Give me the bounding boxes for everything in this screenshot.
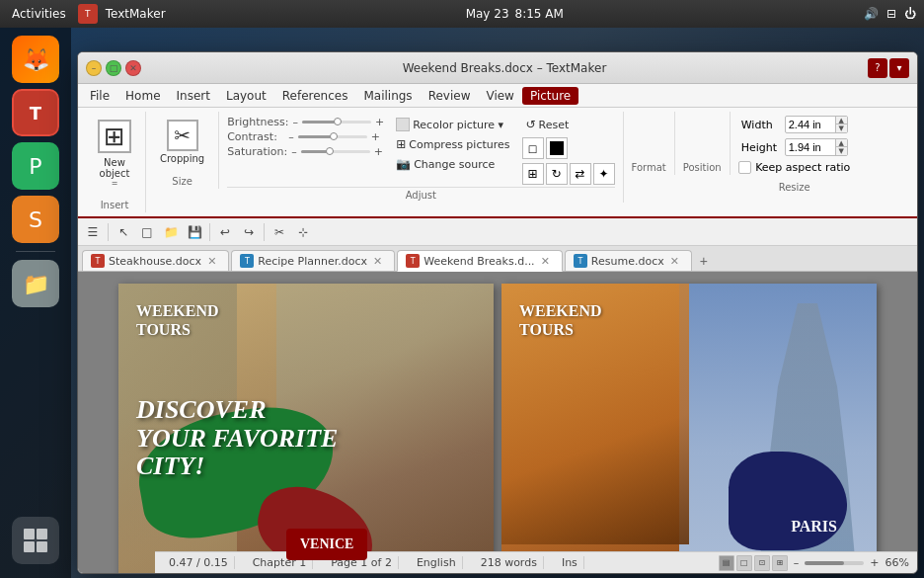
new-tab-button[interactable]: +: [694, 251, 714, 271]
new-object-button[interactable]: ⊞ New object =: [92, 116, 137, 192]
dock-presenter-icon[interactable]: P: [12, 142, 59, 190]
ribbon-group-format-label: Format: [632, 158, 666, 175]
ribbon-content: ⊞ New object = Insert ✂ Cropping: [78, 108, 917, 216]
rotate-button[interactable]: ↻: [546, 163, 568, 185]
keep-ratio-checkbox[interactable]: [738, 161, 751, 174]
venice-discover-line2: YOUR FAVORITE: [136, 425, 338, 454]
ribbon-group-format: Format: [624, 112, 675, 175]
toolbar-open-button[interactable]: 📁: [160, 221, 182, 243]
height-spinbox[interactable]: ▲ ▼: [785, 138, 848, 156]
tab-resume[interactable]: T Resume.docx ✕: [565, 250, 692, 271]
menu-view[interactable]: View: [478, 87, 521, 105]
saturation-slider[interactable]: [301, 150, 370, 153]
toolbar-redo-button[interactable]: ↪: [238, 221, 260, 243]
menu-file[interactable]: File: [82, 87, 117, 105]
recipe-tab-close[interactable]: ✕: [371, 255, 384, 268]
window-title: Weekend Breaks.docx – TextMaker: [141, 61, 868, 75]
toolbar-sep-1: [108, 223, 109, 241]
width-label: Width: [741, 119, 781, 131]
weekend-tab-label: Weekend Breaks.d...: [424, 255, 534, 268]
zoom-slider[interactable]: [805, 561, 864, 565]
height-input[interactable]: [786, 141, 835, 153]
width-down-arrow[interactable]: ▼: [835, 124, 847, 132]
paris-page-content: WEEKEND TOURS PARIS: [501, 284, 877, 574]
toolbar-cut-button[interactable]: ✂: [269, 221, 290, 243]
status-right: ▤ □ ⊡ ⊞ – + 66%: [719, 555, 909, 571]
toolbar-cursor-button[interactable]: ↖: [113, 221, 134, 243]
menu-home[interactable]: Home: [117, 87, 168, 105]
cropping-button[interactable]: ✂ Cropping: [154, 116, 210, 168]
steakhouse-tab-close[interactable]: ✕: [205, 255, 218, 268]
tab-steakhouse[interactable]: T Steakhouse.docx ✕: [82, 250, 229, 271]
toolbar-new-button[interactable]: □: [136, 221, 158, 243]
dock-slides-icon[interactable]: S: [12, 196, 59, 243]
taskbar-power-icon[interactable]: ⏻: [904, 7, 916, 21]
tab-recipe-planner[interactable]: T Recipe Planner.docx ✕: [231, 250, 395, 271]
ribbon: ⊞ New object = Insert ✂ Cropping: [78, 108, 917, 218]
flip-button[interactable]: ⇄: [570, 163, 591, 185]
status-plus[interactable]: +: [870, 556, 879, 569]
taskbar: Activities T TextMaker May 23 8:15 AM 🔊 …: [0, 0, 924, 28]
width-spinbox[interactable]: ▲ ▼: [785, 116, 848, 133]
document-pages: WEEKEND TOURS DISCOVER YOUR FAVORITE CIT…: [118, 284, 877, 574]
view-btn-web[interactable]: ⊡: [754, 555, 770, 571]
fill-dropdown[interactable]: [546, 137, 568, 159]
width-input[interactable]: [786, 119, 835, 130]
taskbar-textmaker-icon[interactable]: T: [78, 4, 98, 24]
ribbon-group-resize: Width ▲ ▼ Height: [731, 112, 859, 195]
height-up-arrow[interactable]: ▲: [835, 139, 847, 147]
help-button[interactable]: ?: [868, 58, 887, 78]
ribbon-group-adjust-label: Adjust: [227, 187, 614, 203]
resume-tab-close[interactable]: ✕: [668, 255, 681, 268]
saturation-label: Saturation:: [227, 145, 287, 158]
toolbar-undo-button[interactable]: ↩: [214, 221, 236, 243]
menu-insert[interactable]: Insert: [169, 87, 218, 105]
menubar: File Home Insert Layout References Maili…: [78, 84, 917, 108]
window-titlebar: – □ ✕ Weekend Breaks.docx – TextMaker ? …: [78, 52, 917, 84]
width-up-arrow[interactable]: ▲: [835, 117, 847, 124]
document-area[interactable]: WEEKEND TOURS DISCOVER YOUR FAVORITE CIT…: [78, 272, 917, 574]
align-button[interactable]: ⊞: [522, 163, 544, 185]
status-words: 218 words: [475, 556, 544, 569]
menu-references[interactable]: References: [274, 87, 356, 105]
toolbar-more-button[interactable]: ⊹: [292, 221, 314, 243]
view-btn-read[interactable]: ⊞: [772, 555, 788, 571]
weekend-tab-close[interactable]: ✕: [539, 255, 552, 268]
toolbar-save-button[interactable]: 💾: [184, 221, 205, 243]
reset-button[interactable]: ↺ Reset: [522, 116, 615, 133]
brightness-slider[interactable]: [302, 121, 371, 124]
recolor-button[interactable]: Recolor picture ▾: [392, 116, 513, 133]
view-btn-normal[interactable]: ▤: [719, 555, 734, 571]
activities-button[interactable]: Activities: [8, 7, 70, 21]
tab-weekend-breaks[interactable]: T Weekend Breaks.d... ✕: [397, 250, 563, 272]
dock-firefox-icon[interactable]: 🦊: [12, 36, 59, 83]
minimize-button[interactable]: –: [86, 60, 102, 76]
ribbon-toggle-button[interactable]: ▾: [889, 58, 909, 78]
view-btn-outline[interactable]: □: [736, 555, 752, 571]
sliders-column: Brightness: – + Contrast: –: [227, 116, 384, 185]
height-down-arrow[interactable]: ▼: [835, 147, 847, 155]
change-source-button[interactable]: 📷 Change source: [392, 155, 513, 173]
steakhouse-tab-label: Steakhouse.docx: [109, 255, 201, 268]
close-button[interactable]: ✕: [125, 60, 141, 76]
border-style-dropdown[interactable]: □: [522, 137, 544, 159]
recipe-tab-icon: T: [240, 254, 254, 268]
menu-review[interactable]: Review: [421, 87, 479, 105]
contrast-slider[interactable]: [298, 135, 367, 138]
taskbar-sound-icon[interactable]: 🔊: [864, 7, 879, 21]
status-minus[interactable]: –: [794, 556, 800, 569]
ribbon-group-position-label: Position: [683, 158, 722, 175]
taskbar-time: 8:15 AM: [515, 7, 564, 21]
dock-files-icon[interactable]: 📁: [12, 260, 59, 307]
dock-textmaker-icon[interactable]: T: [12, 89, 59, 136]
compress-button[interactable]: ⊞ Compress pictures: [392, 135, 513, 153]
menu-picture[interactable]: Picture: [522, 87, 578, 105]
toolbar-menu-button[interactable]: ☰: [82, 221, 104, 243]
steakhouse-tab-icon: T: [91, 254, 105, 268]
dock-apps-icon[interactable]: [12, 517, 59, 564]
effect-button[interactable]: ✦: [593, 163, 615, 185]
maximize-button[interactable]: □: [106, 60, 121, 76]
menu-mailings[interactable]: Mailings: [355, 87, 420, 105]
taskbar-network-icon[interactable]: ⊟: [886, 7, 896, 21]
menu-layout[interactable]: Layout: [218, 87, 274, 105]
